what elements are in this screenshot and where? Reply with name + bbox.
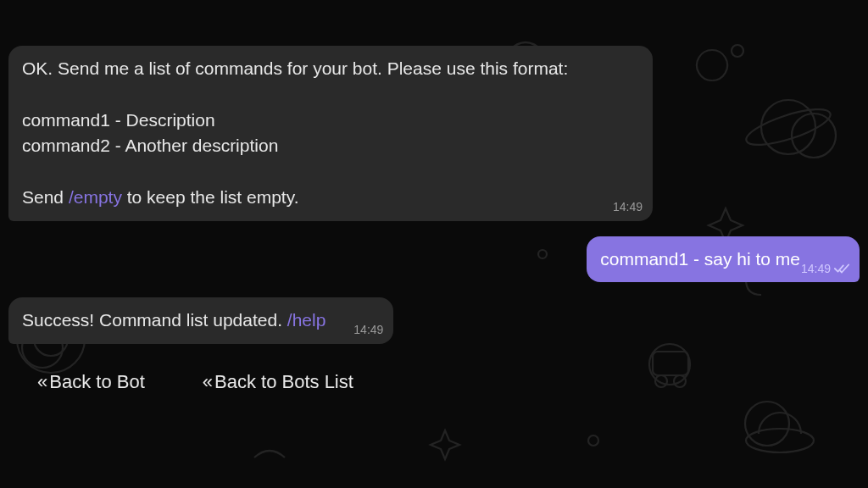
message-bubble[interactable]: command1 - say hi to me 14:49 [587, 236, 860, 282]
message-row-incoming: OK. Send me a list of commands for your … [8, 46, 860, 221]
message-bubble[interactable]: OK. Send me a list of commands for your … [8, 46, 653, 221]
message-timestamp: 14:49 [353, 321, 383, 338]
read-status-icon [834, 263, 849, 274]
message-timestamp: 14:49 [801, 260, 831, 277]
bot-command-link[interactable]: /empty [69, 187, 122, 207]
back-to-bots-list-button[interactable]: «Back to Bots List [199, 366, 357, 398]
message-row-outgoing: command1 - say hi to me 14:49 [8, 236, 860, 282]
message-timestamp: 14:49 [613, 198, 643, 215]
chevron-left-icon: « [203, 371, 211, 392]
reply-keyboard: «Back to Bot «Back to Bots List [8, 359, 860, 398]
message-bubble[interactable]: Success! Command list updated. /help 14:… [8, 297, 393, 343]
message-row-incoming: Success! Command list updated. /help 14:… [8, 297, 860, 343]
message-text: Success! Command list updated. /help [22, 310, 326, 330]
bot-command-link[interactable]: /help [287, 310, 326, 330]
chevron-left-icon: « [37, 371, 46, 392]
chat-message-list: OK. Send me a list of commands for your … [0, 0, 868, 488]
back-to-bot-button[interactable]: «Back to Bot [34, 366, 148, 398]
message-text: OK. Send me a list of commands for your … [22, 58, 568, 207]
message-text: command1 - say hi to me [600, 249, 800, 269]
